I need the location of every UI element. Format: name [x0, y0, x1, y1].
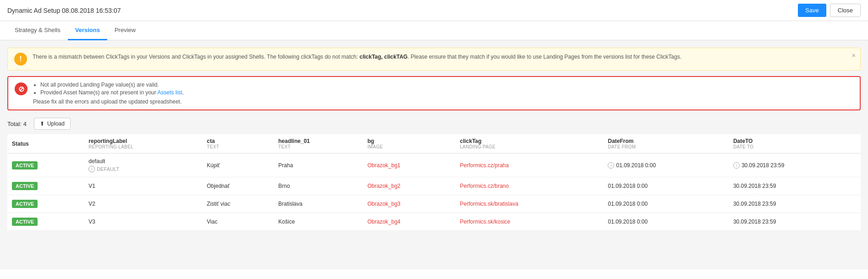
tab-preview[interactable]: Preview [107, 21, 143, 40]
col-status: Status [7, 134, 84, 153]
table-header-row: Status reportingLabel REPORTING LABEL ct… [7, 134, 861, 153]
bg-link-2[interactable]: Obrazok_bg3 [368, 201, 401, 207]
col-headline: headline_01 TEXT [274, 134, 363, 153]
table-row: ACTIVE V1 Objednať Brno Obrazok_bg2 Perf… [7, 177, 861, 195]
info-icon-0: i [88, 166, 95, 172]
warning-banner: ! There is a mismatch between ClickTags … [7, 48, 861, 71]
cell-bg-1: Obrazok_bg2 [363, 177, 456, 195]
cell-date-to-1: 30.09.2018 23:59 [729, 177, 861, 195]
tab-strategy[interactable]: Strategy & Shells [7, 21, 68, 40]
cell-date-from-0: i 01.09.2018 0:00 [603, 153, 728, 177]
col-reporting-label: reportingLabel REPORTING LABEL [84, 134, 202, 153]
clicktag-link-0[interactable]: Performics.cz/praha [460, 162, 509, 169]
cell-headline-1: Brno [274, 177, 363, 195]
clicktag-link-1[interactable]: Performics.cz/brano [460, 183, 509, 189]
cell-status-1: ACTIVE [7, 177, 84, 195]
date-to-value-0: 30.09.2018 23:59 [742, 162, 784, 169]
bg-link-0[interactable]: Obrazok_bg1 [368, 162, 401, 169]
cell-label-1: V1 [84, 177, 202, 195]
bg-link-1[interactable]: Obrazok_bg2 [368, 183, 401, 189]
upload-label: Upload [47, 120, 65, 127]
cell-clicktag-2: Performics.sk/bratislava [455, 195, 603, 213]
date-to-value-2: 30.09.2018 23:59 [733, 201, 776, 207]
cell-cta-2: Zistiť viac [202, 195, 274, 213]
error-item-2: Provided Asset Name(s) are not present i… [40, 89, 184, 96]
col-cta: cta TEXT [202, 134, 274, 153]
status-badge-1: ACTIVE [12, 182, 38, 190]
clicktag-link-3[interactable]: Performics.sk/kosice [460, 219, 510, 225]
error-item-1: Not all provided Landing Page value(s) a… [40, 82, 184, 88]
col-date-from: DateFrom DATE FROM [603, 134, 728, 153]
date-to-value-1: 30.09.2018 23:59 [733, 183, 776, 189]
error-banner: ⊘ Not all provided Landing Page value(s)… [7, 76, 861, 110]
cell-label-2: V2 [84, 195, 202, 213]
cell-date-to-3: 30.09.2018 23:59 [729, 213, 861, 231]
col-date-to: DateTO DATE TO [729, 134, 861, 153]
date-to-icon-0: i [733, 162, 740, 169]
tab-versions[interactable]: Versions [68, 21, 107, 40]
reporting-label-value-1: V1 [88, 183, 95, 189]
cell-cta-1: Objednať [202, 177, 274, 195]
cell-clicktag-0: Performics.cz/praha [455, 153, 603, 177]
reporting-label-value-3: V3 [88, 219, 95, 225]
cell-cta-3: Viac [202, 213, 274, 231]
default-indicator-0: i DEFAULT [88, 166, 198, 172]
cell-date-to-0: i 30.09.2018 23:59 [729, 153, 861, 177]
table-row: ACTIVE default i DEFAULT Kúpiť Praha Obr… [7, 153, 861, 177]
col-bg: bg IMAGE [363, 134, 456, 153]
status-badge-2: ACTIVE [12, 200, 38, 208]
error-content: Not all provided Landing Page value(s) a… [33, 82, 184, 105]
warning-close-button[interactable]: × [852, 52, 856, 59]
warning-tags: clickTag, clickTAG [359, 54, 407, 60]
date-from-value-1: 01.09.2018 0:00 [608, 183, 648, 189]
date-from-icon-0: i [608, 162, 614, 169]
total-count: Total: 4 [7, 120, 27, 127]
tab-bar: Strategy & Shells Versions Preview [0, 21, 868, 40]
cell-cta-0: Kúpiť [202, 153, 274, 177]
warning-message: There is a mismatch between ClickTags in… [33, 53, 681, 61]
cell-bg-3: Obrazok_bg4 [363, 213, 456, 231]
versions-table: Status reportingLabel REPORTING LABEL ct… [7, 134, 861, 231]
cell-date-from-1: 01.09.2018 0:00 [603, 177, 728, 195]
date-from-value-2: 01.09.2018 0:00 [608, 201, 648, 207]
table-row: ACTIVE V3 Viac Košice Obrazok_bg4 Perfor… [7, 213, 861, 231]
reporting-label-value-2: V2 [88, 201, 95, 207]
cell-bg-0: Obrazok_bg1 [363, 153, 456, 177]
default-text-0: DEFAULT [97, 166, 119, 172]
main-content: ! There is a mismatch between ClickTags … [0, 40, 868, 269]
cell-date-from-3: 01.09.2018 0:00 [603, 213, 728, 231]
cell-status-0: ACTIVE [7, 153, 84, 177]
page-title: Dynamic Ad Setup 08.08.2018 16:53:07 [7, 7, 121, 14]
upload-button[interactable]: ⬆ Upload [34, 118, 71, 130]
col-clicktag: clickTag LANDING PAGE [455, 134, 603, 153]
table-row: ACTIVE V2 Zistiť viac Bratislava Obrazok… [7, 195, 861, 213]
cell-headline-2: Bratislava [274, 195, 363, 213]
date-to-value-3: 30.09.2018 23:59 [733, 219, 776, 225]
upload-icon: ⬆ [40, 120, 44, 127]
table-header-section: Total: 4 ⬆ Upload [7, 118, 861, 130]
header-actions: Save Close [798, 4, 861, 17]
clicktag-link-2[interactable]: Performics.sk/bratislava [460, 201, 518, 207]
error-icon: ⊘ [15, 82, 27, 95]
warning-icon: ! [14, 53, 27, 66]
cell-label-0: default i DEFAULT [84, 153, 202, 177]
assets-list-link[interactable]: Assets list [157, 89, 182, 96]
cell-status-2: ACTIVE [7, 195, 84, 213]
error-fix-text: Please fix all the errors and upload the… [33, 98, 184, 105]
status-badge-3: ACTIVE [12, 218, 38, 226]
cell-headline-3: Košice [274, 213, 363, 231]
close-button[interactable]: Close [830, 4, 861, 17]
cell-date-to-2: 30.09.2018 23:59 [729, 195, 861, 213]
cell-date-from-2: 01.09.2018 0:00 [603, 195, 728, 213]
cell-status-3: ACTIVE [7, 213, 84, 231]
cell-clicktag-1: Performics.cz/brano [455, 177, 603, 195]
date-from-value-0: 01.09.2018 0:00 [616, 162, 656, 169]
bg-link-3[interactable]: Obrazok_bg4 [368, 219, 401, 225]
reporting-label-value-0: default [88, 158, 105, 164]
error-list: Not all provided Landing Page value(s) a… [40, 82, 184, 96]
date-from-value-3: 01.09.2018 0:00 [608, 219, 648, 225]
save-button[interactable]: Save [798, 4, 826, 17]
cell-clicktag-3: Performics.sk/kosice [455, 213, 603, 231]
cell-bg-2: Obrazok_bg3 [363, 195, 456, 213]
status-badge-0: ACTIVE [12, 161, 38, 170]
